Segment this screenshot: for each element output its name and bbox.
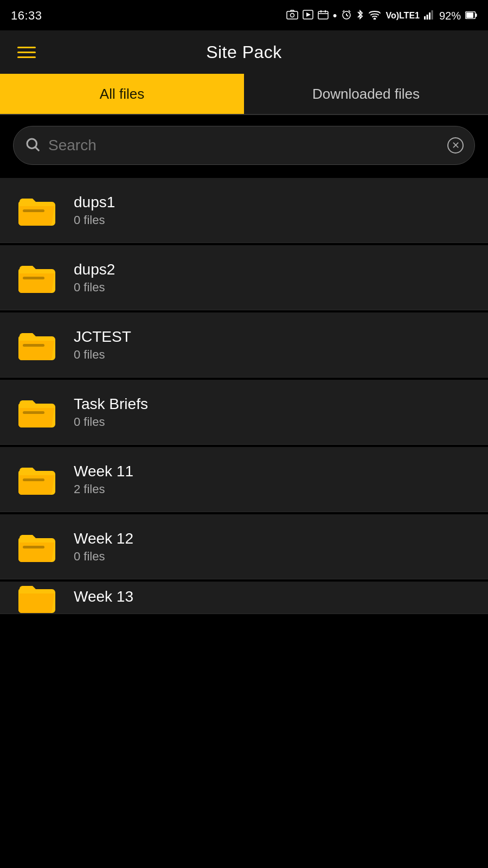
search-box: ✕ xyxy=(13,126,475,165)
wifi-icon xyxy=(368,10,381,22)
list-item[interactable]: Task Briefs 0 files xyxy=(0,380,488,445)
search-clear-button[interactable]: ✕ xyxy=(447,137,464,154)
svg-rect-28 xyxy=(23,546,44,548)
file-name: dups2 xyxy=(74,261,115,278)
svg-line-11 xyxy=(343,10,344,12)
file-name: JCTEST xyxy=(74,328,131,346)
folder-icon xyxy=(15,391,59,434)
svg-rect-15 xyxy=(426,15,428,20)
file-count: 2 files xyxy=(74,482,133,496)
svg-rect-26 xyxy=(23,411,44,414)
file-list: dups1 0 files dups2 0 files JCTEST xyxy=(0,176,488,616)
svg-rect-20 xyxy=(476,14,477,17)
list-item[interactable]: dups2 0 files xyxy=(0,245,488,310)
svg-marker-3 xyxy=(306,12,311,17)
file-count: 0 files xyxy=(74,348,131,362)
svg-rect-16 xyxy=(429,12,431,20)
hamburger-line-1 xyxy=(17,47,36,48)
tab-downloaded-files[interactable]: Downloaded files xyxy=(244,74,488,114)
svg-rect-27 xyxy=(23,478,44,481)
file-count: 0 files xyxy=(74,550,133,564)
signal-icon xyxy=(424,10,435,22)
folder-icon xyxy=(15,525,59,569)
folder-icon xyxy=(15,189,59,232)
hamburger-button[interactable] xyxy=(13,42,40,62)
svg-rect-24 xyxy=(23,277,44,279)
file-count: 0 files xyxy=(74,213,115,227)
list-item[interactable]: Week 12 0 files xyxy=(0,514,488,579)
svg-rect-25 xyxy=(23,344,44,347)
list-item[interactable]: Week 11 2 files xyxy=(0,447,488,512)
svg-rect-4 xyxy=(318,11,328,19)
list-item[interactable]: JCTEST 0 files xyxy=(0,312,488,378)
svg-rect-19 xyxy=(466,12,473,18)
svg-line-10 xyxy=(346,15,348,16)
file-name: Week 11 xyxy=(74,463,133,480)
bluetooth-icon xyxy=(356,9,364,23)
dot-indicator: • xyxy=(333,9,337,23)
folder-icon xyxy=(15,458,59,501)
svg-rect-0 xyxy=(287,11,298,19)
search-icon xyxy=(24,136,41,155)
photo-icon xyxy=(286,10,298,22)
file-name: Task Briefs xyxy=(74,395,148,413)
status-time: 16:33 xyxy=(11,9,42,23)
battery-level: 92% xyxy=(439,10,461,22)
file-name: dups1 xyxy=(74,194,115,211)
battery-icon xyxy=(465,10,477,22)
hamburger-line-2 xyxy=(17,52,36,53)
svg-point-13 xyxy=(374,18,376,20)
play-icon xyxy=(303,10,313,22)
list-item[interactable]: Week 13 xyxy=(0,582,488,614)
search-input[interactable] xyxy=(48,137,440,154)
file-name: Week 13 xyxy=(74,588,133,605)
search-container: ✕ xyxy=(0,115,488,176)
svg-point-1 xyxy=(290,13,294,17)
svg-rect-17 xyxy=(431,10,433,20)
svg-line-22 xyxy=(36,148,39,151)
status-icons: • Vo)LTE1 92% xyxy=(286,9,477,23)
app-bar: Site Pack xyxy=(0,30,488,74)
hamburger-line-3 xyxy=(17,56,36,58)
tab-all-files[interactable]: All files xyxy=(0,74,244,114)
lte-icon: Vo)LTE1 xyxy=(386,11,420,21)
svg-rect-23 xyxy=(23,209,44,212)
alarm-icon xyxy=(341,9,352,23)
svg-line-12 xyxy=(349,10,350,12)
app-title: Site Pack xyxy=(206,42,282,62)
folder-icon xyxy=(15,323,59,367)
file-name: Week 12 xyxy=(74,530,133,547)
svg-rect-14 xyxy=(424,16,426,20)
file-count: 0 files xyxy=(74,280,115,295)
tabs-container: All files Downloaded files xyxy=(0,74,488,115)
list-item[interactable]: dups1 0 files xyxy=(0,178,488,243)
status-bar: 16:33 • Vo)LTE1 92% xyxy=(0,0,488,30)
file-count: 0 files xyxy=(74,415,148,429)
folder-icon xyxy=(15,256,59,299)
calendar-icon xyxy=(318,10,329,22)
folder-icon xyxy=(15,582,59,614)
